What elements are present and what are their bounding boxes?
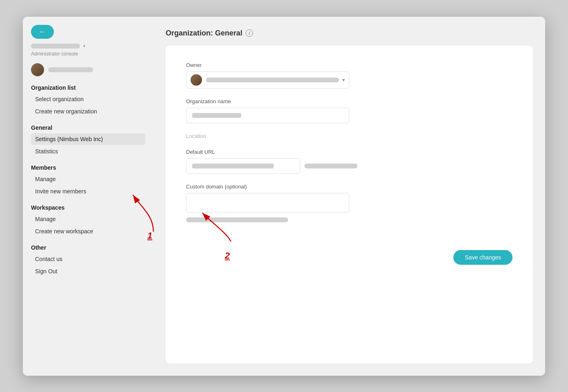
org-name-value-bar bbox=[192, 113, 241, 118]
app-window: ← ▾ Administrator console Organization l… bbox=[23, 17, 545, 376]
section-title-org-list: Organization list bbox=[31, 84, 145, 91]
sidebar-section-org-list: Organization list Select organization Cr… bbox=[23, 84, 153, 118]
org-name-input-wrapper[interactable] bbox=[186, 108, 349, 123]
sidebar-item-manage-workspaces[interactable]: Manage bbox=[31, 213, 145, 225]
owner-dropdown-arrow: ▾ bbox=[342, 77, 345, 83]
owner-name-bar bbox=[206, 78, 339, 82]
page-title: Organization: General bbox=[166, 29, 242, 38]
sidebar-section-workspaces: Workspaces Manage Create new workspace bbox=[23, 204, 153, 238]
sidebar-item-create-org[interactable]: Create new organization bbox=[31, 106, 145, 117]
org-name-group: Organization name bbox=[186, 98, 513, 123]
account-name-bar bbox=[31, 44, 80, 49]
main-content: Organization: General i Owner ▾ Organiza… bbox=[153, 17, 545, 376]
avatar bbox=[31, 63, 44, 76]
url-suffix-bar bbox=[304, 164, 357, 168]
sidebar-section-members: Members Manage Invite new members bbox=[23, 164, 153, 198]
avatar-image bbox=[31, 63, 44, 76]
info-icon[interactable]: i bbox=[246, 29, 253, 37]
sidebar-item-signout[interactable]: Sign Out bbox=[31, 266, 145, 277]
owner-avatar bbox=[191, 74, 202, 86]
page-title-row: Organization: General i bbox=[166, 29, 533, 38]
owner-label: Owner bbox=[186, 62, 513, 68]
sidebar-item-invite-members[interactable]: Invite new members bbox=[31, 186, 145, 197]
custom-domain-group: Custom domain (optional) 2 bbox=[186, 184, 513, 222]
default-url-group: Default URL bbox=[186, 149, 513, 174]
account-row: ▾ bbox=[23, 44, 153, 50]
sidebar: ← ▾ Administrator console Organization l… bbox=[23, 17, 153, 376]
sidebar-item-select-org[interactable]: Select organization bbox=[31, 93, 145, 105]
custom-domain-input[interactable] bbox=[186, 193, 349, 213]
admin-console-label: Administrator console bbox=[23, 50, 153, 63]
sidebar-item-contact[interactable]: Contact us bbox=[31, 253, 145, 265]
section-title-members: Members bbox=[31, 164, 145, 171]
section-title-general: General bbox=[31, 124, 145, 131]
back-arrow-icon: ← bbox=[39, 28, 46, 35]
location-group: Location bbox=[186, 133, 513, 139]
section-title-workspaces: Workspaces bbox=[31, 204, 145, 211]
default-url-label: Default URL bbox=[186, 149, 513, 155]
section-title-other: Other bbox=[31, 244, 145, 251]
org-name-label: Organization name bbox=[186, 98, 513, 104]
user-name-bar bbox=[48, 67, 93, 72]
url-row bbox=[186, 158, 431, 174]
sidebar-item-settings[interactable]: Settings (Nimbus Web Inc) bbox=[31, 133, 145, 145]
save-button[interactable]: Save changes bbox=[453, 250, 513, 265]
sidebar-section-other: Other Contact us Sign Out bbox=[23, 244, 153, 278]
url-input-wrapper[interactable] bbox=[186, 158, 300, 174]
sidebar-item-statistics[interactable]: Statistics bbox=[31, 146, 145, 157]
custom-domain-label: Custom domain (optional) bbox=[186, 184, 513, 190]
save-row: Save changes bbox=[186, 247, 513, 265]
sidebar-section-general: General Settings (Nimbus Web Inc) Statis… bbox=[23, 124, 153, 158]
back-button[interactable]: ← bbox=[31, 25, 54, 39]
owner-select[interactable]: ▾ bbox=[186, 71, 349, 89]
content-card: Owner ▾ Organization name Location bbox=[166, 46, 533, 363]
custom-domain-underline bbox=[186, 217, 288, 222]
account-dropdown-arrow[interactable]: ▾ bbox=[83, 44, 85, 48]
sidebar-item-manage-members[interactable]: Manage bbox=[31, 173, 145, 185]
owner-group: Owner ▾ bbox=[186, 62, 513, 89]
sidebar-item-create-workspace[interactable]: Create new workspace bbox=[31, 226, 145, 237]
url-value-bar bbox=[192, 164, 274, 168]
location-label: Location bbox=[186, 133, 513, 139]
user-row bbox=[23, 63, 153, 84]
